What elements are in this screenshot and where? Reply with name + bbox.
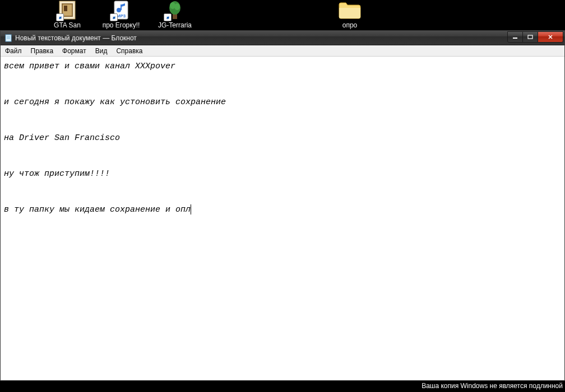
text-content: всем привет и свами канал XXXpover и сег… [4, 62, 226, 214]
svg-rect-16 [513, 38, 517, 39]
desktop-icon-folder[interactable]: опро [330, 0, 370, 29]
menu-file[interactable]: Файл [1, 46, 26, 56]
svg-text:MP3: MP3 [117, 13, 126, 18]
menu-edit[interactable]: Правка [26, 46, 58, 56]
menu-format[interactable]: Формат [58, 46, 91, 56]
titlebar[interactable]: Новый текстовый документ — Блокнот [1, 31, 564, 45]
svg-rect-6 [121, 4, 122, 10]
text-editor[interactable]: всем привет и свами канал XXXpover и сег… [1, 57, 564, 380]
svg-point-11 [174, 3, 180, 10]
menu-help[interactable]: Справка [112, 46, 147, 56]
menubar: Файл Правка Формат Вид Справка [1, 45, 564, 57]
shortcut-arrow-icon [110, 13, 118, 21]
desktop-icon-gta[interactable]: GTA San [47, 0, 87, 29]
notepad-icon [4, 34, 13, 43]
image-file-icon [57, 0, 77, 20]
desktop-icon-label: JG-Terraria [158, 21, 192, 29]
app-icon [165, 0, 185, 20]
desktop-icon-label: опро [342, 21, 358, 29]
mp3-file-icon: MP3 [111, 0, 131, 20]
shortcut-arrow-icon [164, 13, 172, 21]
desktop-icon-label: про Егорку!! [103, 21, 140, 29]
svg-rect-17 [528, 35, 532, 39]
svg-rect-3 [64, 6, 67, 11]
desktop-icon-label: GTA San [54, 21, 81, 29]
notepad-window: Новый текстовый документ — Блокнот Файл … [0, 30, 565, 381]
desktop-icon-mp3[interactable]: MP3 про Егорку!! [101, 0, 141, 29]
svg-point-5 [117, 8, 121, 12]
folder-icon [337, 0, 362, 20]
shortcut-arrow-icon [56, 13, 64, 21]
desktop-icon-terraria[interactable]: JG-Terraria [155, 0, 195, 29]
windows-watermark: Ваша копия Windows не является подлинной [422, 382, 563, 390]
svg-rect-12 [6, 35, 11, 41]
menu-view[interactable]: Вид [91, 46, 112, 56]
window-title: Новый текстовый документ — Блокнот [15, 34, 508, 42]
text-caret [191, 204, 191, 214]
minimize-button[interactable] [507, 31, 523, 43]
maximize-button[interactable] [522, 31, 538, 43]
close-button[interactable] [538, 31, 563, 43]
